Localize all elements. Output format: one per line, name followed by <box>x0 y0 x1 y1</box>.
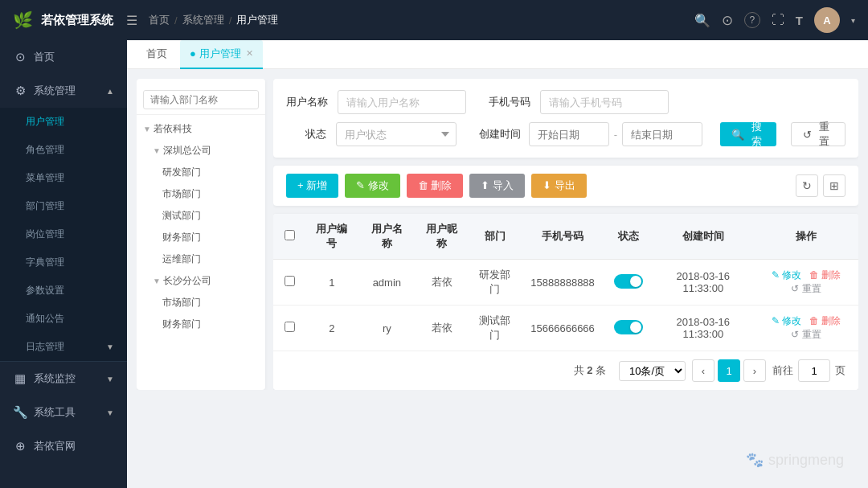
filter-row-2: 状态 用户状态 正常 停用 创建时间 - <box>286 122 845 146</box>
reset-icon: ↺ <box>803 129 812 141</box>
row-dept-1: 测试部门 <box>469 306 522 351</box>
export-button[interactable]: ⬇ 导出 <box>531 174 587 198</box>
row-check-0[interactable] <box>285 276 295 286</box>
row-dept-0: 研发部门 <box>469 260 522 306</box>
menu-toggle-icon[interactable]: ☰ <box>126 13 137 28</box>
add-button[interactable]: + 新增 <box>286 174 338 198</box>
sidebar-item-home[interactable]: ⊙ 首页 <box>0 40 127 74</box>
reset-button[interactable]: ↺ 重置 <box>791 122 845 146</box>
import-button[interactable]: ⬆ 导入 <box>469 174 525 198</box>
table-card: 用户编号 用户名称 用户昵称 部门 手机号码 状态 创建时间 操作 <box>273 214 858 390</box>
sidebar-item-notice[interactable]: 通知公告 <box>0 305 127 333</box>
created-label: 创建时间 <box>479 127 519 141</box>
sidebar-item-tools[interactable]: 🔧 系统工具 ▼ <box>0 396 127 429</box>
search-icon[interactable]: 🔍 <box>694 13 710 28</box>
row-ops-0: ✎ 修改 🗑 删除 ↺ 重置 <box>754 260 858 306</box>
next-page-button[interactable]: › <box>743 359 766 382</box>
sidebar-item-monitor[interactable]: ▦ 系统监控 ▼ <box>0 362 127 396</box>
goto-input[interactable] <box>798 359 830 382</box>
fontsize-icon[interactable]: T <box>796 14 803 27</box>
sidebar-website-label: 若依官网 <box>34 439 76 453</box>
sidebar-item-role[interactable]: 角色管理 <box>0 136 127 164</box>
filter-card: 用户名称 手机号码 状态 用户状态 正常 停用 <box>273 79 858 158</box>
tab-close-icon[interactable]: ✕ <box>246 48 253 59</box>
dept-label-market2: 市场部门 <box>162 296 201 310</box>
sidebar-item-dict[interactable]: 字典管理 <box>0 248 127 277</box>
sidebar-item-post[interactable]: 岗位管理 <box>0 220 127 248</box>
start-date-input[interactable] <box>529 122 609 146</box>
dept-tree-test[interactable]: 测试部门 <box>137 205 265 227</box>
sidebar-item-user[interactable]: 用户管理 <box>0 108 127 136</box>
row-username-0: admin <box>358 260 416 306</box>
status-select[interactable]: 用户状态 正常 停用 <box>336 122 457 146</box>
sidebar-item-log[interactable]: 日志管理 ▼ <box>0 333 127 361</box>
arrow-changsha: ▼ <box>153 277 161 285</box>
tab-home[interactable]: 首页 <box>137 40 177 69</box>
phone-input[interactable] <box>540 90 669 114</box>
dept-tree-finance1[interactable]: 财务部门 <box>137 227 265 248</box>
topbar-actions: 🔍 ⊙ ? ⛶ T A ▾ <box>694 7 855 33</box>
dept-tree-root[interactable]: ▼ 若依科技 <box>137 118 265 140</box>
sidebar-item-system[interactable]: ⚙ 系统管理 ▲ <box>0 74 127 108</box>
sidebar-tools-label: 系统工具 <box>34 405 76 420</box>
end-date-input[interactable] <box>622 122 702 146</box>
page-size-select[interactable]: 10条/页 20条/页 <box>619 361 686 381</box>
prev-page-button[interactable]: ‹ <box>692 359 714 382</box>
row-reset-1[interactable]: ↺ 重置 <box>791 329 821 340</box>
column-settings-button[interactable]: ⊞ <box>823 174 845 197</box>
row-delete-0[interactable]: 🗑 删除 <box>809 269 841 281</box>
sidebar-item-menu[interactable]: 菜单管理 <box>0 164 127 192</box>
row-edit-0[interactable]: ✎ 修改 <box>772 269 801 281</box>
row-phone-1: 15666666666 <box>521 306 604 351</box>
username-input[interactable] <box>338 90 466 114</box>
dept-tree-finance2[interactable]: 财务部门 <box>137 314 265 335</box>
edit-button[interactable]: ✎ 修改 <box>345 174 400 198</box>
dept-tree-market2[interactable]: 市场部门 <box>137 292 265 314</box>
goto-prefix: 前往 <box>772 363 793 378</box>
github-icon[interactable]: ⊙ <box>722 12 733 29</box>
search-button[interactable]: 🔍 搜索 <box>720 122 776 146</box>
website-icon: ⊕ <box>13 439 27 453</box>
refresh-button[interactable]: ↻ <box>796 174 818 197</box>
main-content-row: ▼ 若依科技 ▼ 深圳总公司 研发部门 市场部门 <box>137 79 858 390</box>
dept-tree-changsha[interactable]: ▼ 长沙分公司 <box>137 270 265 292</box>
sidebar-home-label: 首页 <box>34 50 55 64</box>
dept-tree-ops[interactable]: 运维部门 <box>137 248 265 270</box>
th-dept: 部门 <box>469 214 522 260</box>
search-icon2: 🔍 <box>731 129 744 141</box>
help-icon[interactable]: ? <box>744 12 760 28</box>
filter-row-1: 用户名称 手机号码 <box>286 90 845 114</box>
breadcrumb-system[interactable]: 系统管理 <box>182 13 224 27</box>
action-bar: + 新增 ✎ 修改 🗑 删除 ⬆ 导入 ⬇ 导出 ↻ ⊞ <box>273 166 858 206</box>
row-reset-0[interactable]: ↺ 重置 <box>791 283 821 294</box>
user-dropdown-icon[interactable]: ▾ <box>851 16 855 25</box>
avatar[interactable]: A <box>814 7 840 33</box>
dept-tree-rd[interactable]: 研发部门 <box>137 162 265 183</box>
select-all-checkbox[interactable] <box>285 230 295 240</box>
dept-tree-market1[interactable]: 市场部门 <box>137 183 265 205</box>
row-delete-1[interactable]: 🗑 删除 <box>809 315 841 326</box>
breadcrumb-home[interactable]: 首页 <box>149 13 170 27</box>
sidebar-item-dept[interactable]: 部门管理 <box>0 192 127 220</box>
breadcrumb-sep1: / <box>174 14 178 27</box>
th-phone: 手机号码 <box>521 214 604 260</box>
sidebar-item-param[interactable]: 参数设置 <box>0 277 127 305</box>
dept-tree-shenzhen[interactable]: ▼ 深圳总公司 <box>137 140 265 162</box>
row-toggle-0[interactable] <box>614 274 643 289</box>
dept-label-finance1: 财务部门 <box>162 231 201 244</box>
sidebar-item-website[interactable]: ⊕ 若依官网 <box>0 429 127 463</box>
tab-dot: ● <box>190 47 196 59</box>
monitor-icon: ▦ <box>13 371 27 386</box>
phone-label: 手机号码 <box>489 95 530 109</box>
page-1-button[interactable]: 1 <box>718 359 740 382</box>
row-phone-0: 15888888888 <box>521 260 604 306</box>
delete-button[interactable]: 🗑 删除 <box>407 174 464 198</box>
row-check-1[interactable] <box>285 322 295 332</box>
table-header-row: 用户编号 用户名称 用户昵称 部门 手机号码 状态 创建时间 操作 <box>273 214 858 260</box>
dept-search-input[interactable] <box>143 90 259 109</box>
row-toggle-1[interactable] <box>614 320 643 334</box>
tab-user-mgmt[interactable]: ● 用户管理 ✕ <box>180 40 263 69</box>
row-ops-1: ✎ 修改 🗑 删除 ↺ 重置 <box>754 306 858 351</box>
fullscreen-icon[interactable]: ⛶ <box>772 13 784 27</box>
row-edit-1[interactable]: ✎ 修改 <box>772 315 801 326</box>
